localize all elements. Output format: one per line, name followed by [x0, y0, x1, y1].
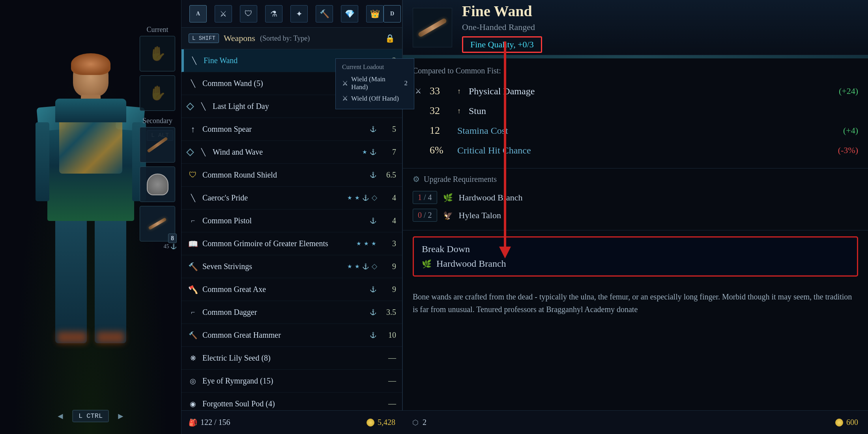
nav-left-arrow[interactable]: ◄ [56, 411, 65, 421]
item-name: Forgotten Soul Pod (4) [202, 399, 380, 408]
stat-up-arrow: ↑ [457, 87, 461, 95]
breakdown-item-icon: 🌿 [422, 259, 432, 269]
equip-slot-off[interactable]: ✋ [140, 75, 175, 111]
description-area: Bone wands are crafted from the dead - t… [403, 282, 868, 324]
category-title: Weapons [224, 33, 255, 43]
item-icon: ⌐ [187, 307, 198, 318]
item-weight: 6.5 [380, 170, 396, 180]
list-item[interactable]: ◉ Forgotten Soul Pod (4) — [181, 393, 402, 410]
item-name: Common Great Hammer [202, 331, 370, 340]
stat-diff-stamina: (+4) [843, 125, 858, 136]
loadout-popup: Current Loadout ⚔ Wield (Main Hand) 2 ⚔ … [335, 58, 402, 109]
equip-slot-secondary-2[interactable] [140, 166, 175, 202]
stat-name-stamina: Stamina Cost [457, 125, 837, 136]
wand-preview-large [417, 17, 447, 37]
loadout-offhand-label: Wield (Off Hand) [351, 95, 399, 103]
items-icon-btn[interactable]: ⚗ [265, 5, 282, 22]
lshift-key[interactable]: L SHIFT [189, 34, 219, 43]
item-weight: 3.5 [380, 308, 396, 317]
upgrade-row-1: 1 / 4 🌿 Hardwood Branch [413, 189, 858, 206]
list-item[interactable]: ◎ Eye of Rymrgand (15) — [181, 370, 402, 393]
item-badges: ★ ★ ⚓ [347, 195, 376, 201]
key-btn-d[interactable]: D [383, 5, 401, 22]
item-icon: 🔨 [187, 261, 198, 272]
lock-icon[interactable]: 🔒 [385, 34, 395, 43]
key-btn-a[interactable]: A [189, 5, 207, 22]
item-weight: 9 [380, 285, 396, 294]
item-name: Common Round Shield [202, 170, 370, 180]
list-item[interactable]: 🔨 Seven Strivings ★ ★ ⚓ 9 [181, 255, 402, 278]
stat-row-stamina: 12 Stamina Cost (+4) [413, 121, 858, 140]
list-item[interactable]: 🪓 Common Great Axe ⚓ 9 [181, 278, 402, 301]
list-item[interactable]: ╲ Caeroc's Pride ★ ★ ⚓ 4 [181, 187, 402, 210]
magic-icon-btn[interactable]: ✦ [290, 5, 308, 22]
carry-weight-value: 122 / 156 [200, 418, 230, 427]
list-item[interactable]: 🔨 Common Great Hammer ⚓ 10 [181, 324, 402, 347]
list-item[interactable]: 🛡 Common Round Shield ⚓ 6.5 [181, 164, 402, 187]
stat-value-stun: 32 [430, 105, 451, 117]
stat-crit-icon [413, 145, 424, 156]
loadout-title: Current Loadout [342, 64, 402, 71]
icon-bar-right: D [383, 5, 401, 22]
gem-icon-btn[interactable]: 💎 [341, 5, 358, 22]
gold-value: 5,428 [378, 418, 395, 427]
item-name: Caeroc's Pride [202, 193, 347, 202]
loadout-item-off[interactable]: ⚔ Wield (Off Hand) [342, 93, 402, 104]
secondary-label: Secondary [140, 117, 175, 125]
upgrade-have-1: 1 [418, 193, 422, 202]
equip-slot-secondary-1[interactable] [140, 127, 175, 163]
item-icon: ╲ [187, 193, 198, 204]
list-item[interactable]: ⌐ Common Dagger ⚓ 3.5 [181, 301, 402, 324]
breakdown-item: 🌿 Hardwood Branch [422, 258, 849, 269]
quality-badge: Fine Quality, +0/3 [462, 36, 542, 53]
category-subtitle: (Sorted by: Type) [260, 34, 310, 43]
item-weight: 4 [380, 216, 396, 225]
breakdown-section[interactable]: Break Down 🌿 Hardwood Branch [413, 236, 858, 277]
list-item[interactable]: 📖 Common Grimoire of Greater Elements ★ … [181, 232, 402, 255]
lctrl-key[interactable]: L CTRL [73, 410, 108, 422]
upgrade-need-1: 4 [428, 193, 432, 202]
item-badges: ⚓ [370, 286, 376, 293]
item-badges: ★ ⚓ [362, 149, 376, 155]
item-subtitle: One-Handed Ranged [462, 22, 858, 32]
item-name: Common Dagger [202, 308, 370, 317]
item-description: Bone wands are crafted from the dead - t… [413, 290, 858, 316]
loadout-item-main[interactable]: ⚔ Wield (Main Hand) 2 [342, 74, 402, 93]
item-title-block: Fine Wand One-Handed Ranged Fine Quality… [462, 2, 858, 53]
inventory-bottom-bar: 🎒 122 / 156 5,428 [181, 410, 402, 434]
list-item[interactable]: ↑ Common Spear ⚓ 5 [181, 118, 402, 141]
gold-amount: 5,428 [367, 418, 395, 427]
upgrade-count-1: 1 / 4 [413, 191, 437, 204]
weapons-icon-btn[interactable]: ⚔ [215, 5, 232, 22]
stat-sword-icon: ⚔ [413, 86, 424, 97]
craft-icon-btn[interactable]: 🔨 [316, 5, 333, 22]
icon-bar: A ⚔ 🛡 ⚗ ✦ 🔨 💎 👑 D [181, 0, 402, 28]
item-icon: ╲ [198, 147, 209, 158]
item-icon: ╲ [187, 78, 198, 89]
equip-slot-secondary-3[interactable]: 8 45 ⚓ [140, 206, 175, 241]
list-item[interactable]: ❋ Electric Lily Seed (8) — [181, 347, 402, 370]
item-name: Common Great Axe [202, 285, 370, 294]
item-badges: ★ ★ ⚓ [347, 263, 376, 270]
detail-panel: Fine Wand One-Handed Ranged Fine Quality… [402, 0, 868, 434]
stat-value-stamina: 12 [430, 125, 451, 137]
item-badges: ⚓ [370, 332, 376, 339]
item-diamond-icon [186, 103, 194, 110]
item-weight: — [380, 354, 396, 363]
crown-icon-btn[interactable]: 👑 [366, 5, 383, 22]
armor-icon-btn[interactable]: 🛡 [240, 5, 257, 22]
stat-name-crit: Critical Hit Chance [457, 145, 832, 156]
item-icon: ◉ [187, 398, 198, 410]
item-icon-wand: ╲ [189, 55, 200, 66]
list-item[interactable]: ⌐ Common Pistol ⚓ 4 [181, 210, 402, 232]
pack-icon: 🎒 [189, 418, 197, 427]
list-item[interactable]: ╲ Wind and Wave ★ ⚓ 7 [181, 141, 402, 164]
upgrade-title: Upgrade Requirements [413, 174, 858, 184]
nav-right-arrow[interactable]: ► [116, 411, 125, 421]
equip-slot-main[interactable]: ✋ [140, 36, 175, 71]
item-icon: 📖 [187, 238, 198, 249]
stat-stamina-icon [413, 125, 424, 136]
item-main-title: Fine Wand [462, 2, 858, 20]
item-diamond-icon [186, 148, 194, 156]
stat-value-crit: 6% [430, 144, 451, 156]
